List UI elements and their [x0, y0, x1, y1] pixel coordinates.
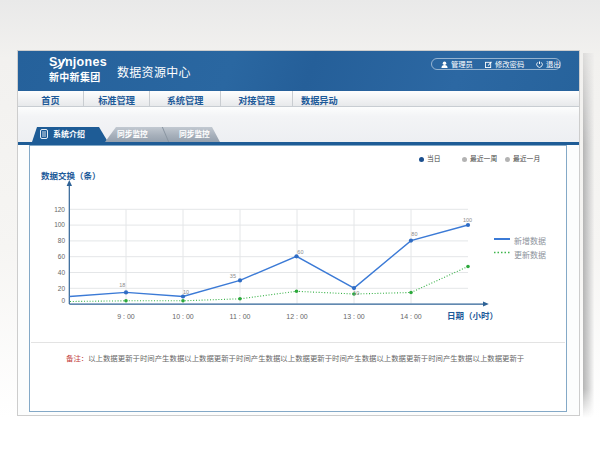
svg-text:10 : 00: 10 : 00	[172, 313, 194, 320]
svg-text:20: 20	[58, 285, 66, 292]
svg-text:80: 80	[411, 231, 417, 237]
svg-text:60: 60	[58, 253, 66, 260]
svg-text:35: 35	[230, 273, 236, 279]
svg-text:10: 10	[353, 290, 359, 296]
svg-text:9 : 00: 9 : 00	[117, 313, 135, 320]
svg-text:13 : 00: 13 : 00	[343, 313, 365, 320]
svg-text:0: 0	[61, 297, 65, 304]
svg-text:18: 18	[119, 282, 125, 288]
svg-text:14 : 00: 14 : 00	[400, 313, 422, 320]
svg-text:10: 10	[183, 289, 189, 295]
svg-text:80: 80	[58, 237, 66, 244]
svg-text:100: 100	[54, 221, 65, 228]
svg-text:60: 60	[297, 249, 303, 255]
svg-text:12 : 00: 12 : 00	[286, 313, 308, 320]
svg-text:11 : 00: 11 : 00	[230, 313, 251, 320]
svg-text:120: 120	[54, 206, 65, 213]
svg-text:100: 100	[463, 217, 472, 223]
svg-text:40: 40	[58, 269, 66, 276]
